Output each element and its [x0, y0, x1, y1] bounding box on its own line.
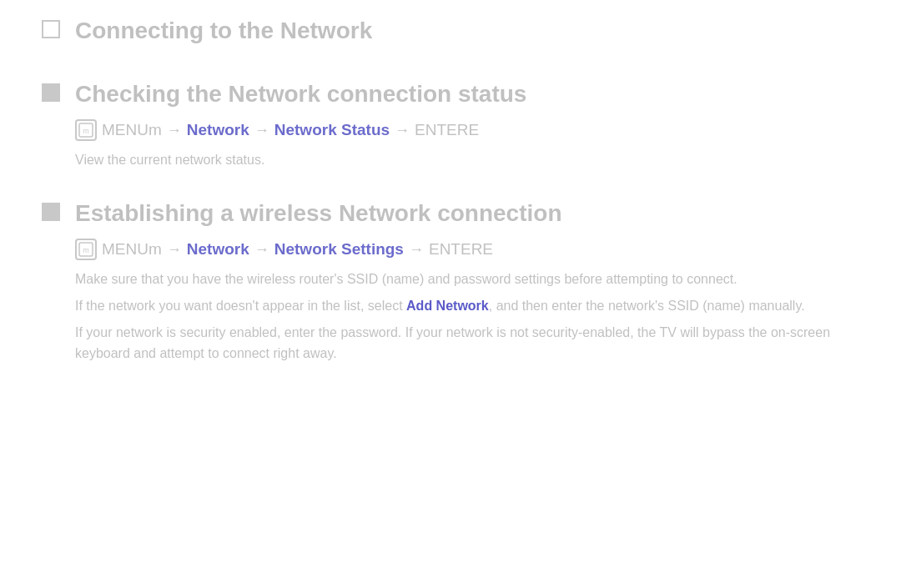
- menu-prefix-checking: MENUm: [102, 121, 162, 139]
- section-checking: Checking the Network connection status m…: [42, 80, 859, 176]
- arrow2-checking: →: [254, 122, 269, 139]
- section-wireless-content: Establishing a wireless Network connecti…: [75, 199, 859, 369]
- description-checking-1: View the current network status.: [75, 149, 859, 171]
- menu-item1-checking: Network: [187, 121, 249, 139]
- menu-remote-icon-wireless: m: [75, 239, 97, 260]
- description-wireless-2: If the network you want doesn't appear i…: [75, 295, 859, 317]
- menu-item1-wireless: Network: [187, 240, 249, 259]
- arrow1-checking: →: [167, 122, 182, 139]
- section-connecting-title: Connecting to the Network: [75, 17, 859, 45]
- description-wireless-3: If your network is security enabled, ent…: [75, 322, 859, 364]
- description-wireless-1: Make sure that you have the wireless rou…: [75, 269, 859, 290]
- section-wireless-title: Establishing a wireless Network connecti…: [75, 199, 859, 228]
- section-checking-title: Checking the Network connection status: [75, 80, 859, 108]
- svg-text:m: m: [83, 127, 89, 135]
- section-checking-content: Checking the Network connection status m…: [75, 80, 859, 176]
- menu-suffix-wireless: ENTERE: [429, 240, 493, 259]
- arrow3-checking: →: [395, 122, 410, 139]
- arrow2-wireless: →: [254, 241, 269, 259]
- arrow3-wireless: →: [409, 241, 424, 259]
- menu-remote-icon-checking: m: [75, 119, 97, 141]
- section-wireless: Establishing a wireless Network connecti…: [42, 199, 859, 369]
- menu-prefix-wireless: MENUm: [102, 240, 162, 259]
- menu-path-wireless: m MENUm → Network → Network Settings → E…: [75, 239, 859, 260]
- square-icon-wireless: [42, 203, 60, 224]
- section-connecting-content: Connecting to the Network: [75, 17, 859, 57]
- arrow1-wireless: →: [167, 241, 182, 259]
- svg-text:m: m: [83, 246, 89, 254]
- menu-path-checking: m MENUm → Network → Network Status → ENT…: [75, 119, 859, 141]
- menu-item2-checking: Network Status: [274, 121, 390, 139]
- add-network-link: Add Network: [406, 299, 489, 313]
- section-connecting: Connecting to the Network: [42, 17, 859, 57]
- menu-suffix-checking: ENTERE: [415, 121, 479, 139]
- menu-item2-wireless: Network Settings: [274, 240, 404, 259]
- square-icon-checking: [42, 83, 60, 105]
- checkbox-icon: [42, 20, 60, 42]
- page-container: Connecting to the Network Checking the N…: [0, 0, 901, 410]
